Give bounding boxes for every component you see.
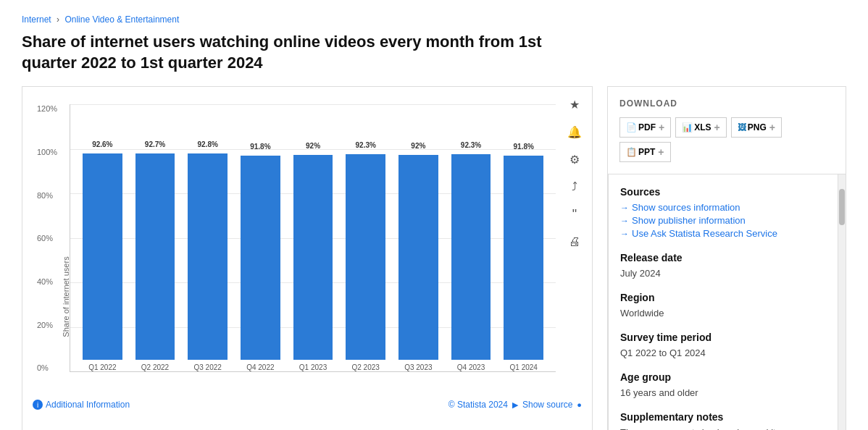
- pdf-plus: +: [659, 122, 664, 133]
- arrow-icon-3: →: [620, 229, 629, 239]
- region-section: Region Worldwide: [620, 292, 826, 319]
- y-tick: 0%: [37, 363, 57, 372]
- chart-plot-area: 92.6%Q1 202292.7%Q2 202292.8%Q3 202291.8…: [70, 104, 556, 372]
- chart-bar: 92.3%: [346, 154, 385, 360]
- bar-group: 91.8%Q4 2022: [234, 104, 287, 371]
- info-panel: Sources → Show sources information → Sho…: [608, 174, 838, 430]
- chart-bar: 92%: [398, 155, 438, 360]
- bar-group: 92.3%Q4 2023: [445, 104, 498, 371]
- age-group-value: 16 years and older: [620, 387, 826, 398]
- download-title: DOWNLOAD: [619, 98, 834, 109]
- download-png-btn[interactable]: 🖼 PNG +: [731, 117, 782, 138]
- bar-group: 91.8%Q1 2024: [497, 104, 550, 371]
- bar-value-label: 92.8%: [197, 140, 217, 148]
- png-label: PNG: [748, 122, 767, 132]
- bars-container: 92.6%Q1 202292.7%Q2 202292.8%Q3 202291.8…: [70, 104, 556, 371]
- show-publisher-text: Show publisher information: [632, 215, 746, 226]
- bar-x-label: Q1 2024: [510, 363, 538, 371]
- scrollbar-track[interactable]: [838, 174, 846, 430]
- survey-period-label: Survey time period: [620, 332, 826, 343]
- bar-group: 92%Q3 2023: [392, 104, 445, 371]
- y-tick: 40%: [37, 277, 57, 286]
- scrollbar-thumb[interactable]: [839, 189, 845, 225]
- y-tick: 80%: [37, 191, 57, 200]
- bar-group: 92.7%Q2 2022: [129, 104, 182, 371]
- bar-value-label: 92.3%: [461, 141, 481, 149]
- y-tick: 100%: [37, 148, 57, 156]
- breadcrumb-link-video[interactable]: Online Video & Entertainment: [64, 14, 179, 25]
- show-source-link[interactable]: Show source: [522, 400, 572, 410]
- region-value: Worldwide: [620, 308, 826, 319]
- main-content: ★ 🔔 ⚙ ⤴ " 🖨 Share of internet users 0% 2…: [22, 86, 846, 430]
- download-xls-btn[interactable]: 📊 XLS +: [675, 117, 727, 138]
- bar-value-label: 92%: [306, 142, 320, 150]
- bar-value-label: 92%: [411, 142, 425, 150]
- bar-value-label: 92.7%: [145, 140, 165, 148]
- ask-statista-link[interactable]: → Use Ask Statista Research Service: [620, 228, 826, 239]
- sources-label: Sources: [620, 186, 826, 198]
- bar-x-label: Q4 2022: [246, 363, 274, 371]
- survey-period-value: Q1 2022 to Q1 2024: [620, 347, 826, 358]
- age-group-label: Age group: [620, 371, 826, 383]
- bar-group: 92.3%Q2 2023: [339, 104, 392, 371]
- sources-section: Sources → Show sources information → Sho…: [620, 186, 826, 239]
- release-date-label: Release date: [620, 252, 826, 264]
- pdf-icon: 📄: [626, 122, 637, 132]
- page-title: Share of internet users watching online …: [22, 32, 572, 73]
- arrow-icon-2: →: [620, 216, 629, 226]
- show-sources-link[interactable]: → Show sources information: [620, 202, 826, 213]
- ask-statista-text: Use Ask Statista Research Service: [632, 228, 777, 239]
- bar-value-label: 92.6%: [92, 140, 112, 148]
- y-tick: 120%: [37, 104, 57, 113]
- bar-x-label: Q2 2023: [352, 363, 380, 371]
- chart-footer-icon: ▶: [512, 400, 518, 410]
- supplementary-notes-section: Supplementary notes The source reports h…: [620, 411, 826, 430]
- pdf-label: PDF: [638, 122, 656, 132]
- xls-label: XLS: [694, 122, 711, 132]
- ppt-label: PPT: [638, 147, 655, 157]
- bar-x-label: Q3 2022: [193, 363, 221, 371]
- download-ppt-btn[interactable]: 📋 PPT +: [619, 142, 671, 162]
- additional-info-btn[interactable]: i Additional Information: [33, 400, 130, 410]
- release-date-section: Release date July 2024: [620, 252, 826, 279]
- bar-x-label: Q2 2022: [141, 363, 169, 371]
- arrow-icon-1: →: [620, 203, 629, 213]
- info-icon: i: [33, 400, 43, 410]
- chart-bar: 92.6%: [83, 153, 122, 360]
- png-plus: +: [769, 122, 775, 133]
- chart-footer: i Additional Information © Statista 2024…: [30, 400, 585, 410]
- age-group-section: Age group 16 years and older: [620, 371, 826, 398]
- additional-info-label: Additional Information: [46, 400, 130, 410]
- xls-plus: +: [714, 122, 720, 133]
- download-pdf-btn[interactable]: 📄 PDF +: [619, 117, 671, 138]
- chart-section: ★ 🔔 ⚙ ⤴ " 🖨 Share of internet users 0% 2…: [22, 86, 593, 430]
- bar-group: 92%Q1 2023: [287, 104, 340, 371]
- download-section: DOWNLOAD 📄 PDF + 📊 XLS + 🖼 PNG: [607, 86, 846, 174]
- release-date-value: July 2024: [620, 268, 826, 279]
- bar-x-label: Q1 2023: [299, 363, 327, 371]
- info-panel-wrapper: Sources → Show sources information → Sho…: [607, 174, 846, 430]
- show-publisher-link[interactable]: → Show publisher information: [620, 215, 826, 226]
- xls-icon: 📊: [682, 122, 693, 132]
- breadcrumb: Internet › Online Video & Entertainment: [22, 14, 846, 25]
- chart-bar: 92.8%: [188, 153, 228, 360]
- page-container: Internet › Online Video & Entertainment …: [0, 0, 868, 430]
- bar-value-label: 92.3%: [356, 141, 376, 149]
- y-tick: 20%: [37, 321, 57, 329]
- show-sources-text: Show sources information: [632, 202, 740, 213]
- ppt-icon: 📋: [626, 147, 637, 157]
- chart-bar: 92.7%: [135, 153, 175, 360]
- breadcrumb-link-internet[interactable]: Internet: [22, 14, 51, 25]
- breadcrumb-separator: ›: [57, 14, 59, 25]
- statista-credit: © Statista 2024: [448, 400, 508, 410]
- supplementary-notes-value: The source reports having changed its: [620, 427, 826, 430]
- survey-period-section: Survey time period Q1 2022 to Q1 2024: [620, 332, 826, 358]
- show-source-icon: ●: [577, 400, 582, 409]
- chart-bar: 92%: [293, 155, 333, 360]
- sidebar: DOWNLOAD 📄 PDF + 📊 XLS + 🖼 PNG: [607, 86, 846, 430]
- download-buttons: 📄 PDF + 📊 XLS + 🖼 PNG +: [619, 117, 834, 162]
- chart-bar: 92.3%: [451, 154, 491, 360]
- region-label: Region: [620, 292, 826, 303]
- bar-group: 92.6%Q1 2022: [76, 104, 129, 371]
- bar-group: 92.8%Q3 2022: [181, 104, 234, 371]
